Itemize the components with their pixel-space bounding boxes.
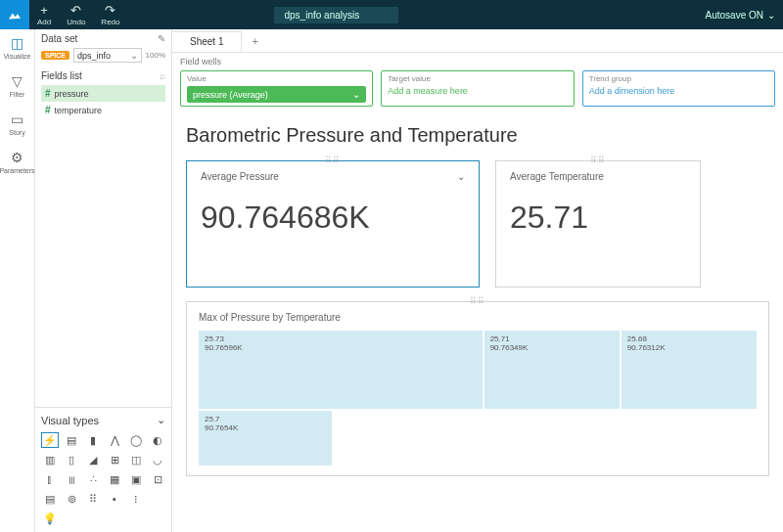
vt-clustered[interactable]: ⫼ xyxy=(63,471,80,487)
vt-heatmap[interactable]: ▦ xyxy=(106,471,123,487)
vt-kpi[interactable]: ◫ xyxy=(127,452,145,467)
drag-handle-icon[interactable]: ⠿⠿ xyxy=(590,155,606,165)
vt-gauge[interactable]: ◡ xyxy=(149,452,166,467)
vt-pie[interactable]: ◐ xyxy=(149,432,166,448)
dataset-header: Data set xyxy=(41,33,77,44)
vt-tree[interactable]: ▣ xyxy=(127,471,145,487)
app-logo[interactable] xyxy=(0,0,29,29)
vt-stackh[interactable]: ▥ xyxy=(41,452,59,467)
search-icon[interactable]: ⌕ xyxy=(160,70,165,81)
tab-sheet1[interactable]: Sheet 1 xyxy=(172,31,242,52)
treemap-visual[interactable]: ⠿⠿ Max of Pressure by Temperature 25.739… xyxy=(186,301,769,476)
tree-cell[interactable]: 25.6890.76312K xyxy=(622,331,757,409)
tree-cell[interactable]: 25.7390.76596K xyxy=(199,331,483,409)
analysis-title: dps_info analysis xyxy=(274,7,398,23)
vt-line[interactable]: ⋀ xyxy=(106,432,123,448)
topbar: +Add ↶Undo ↷Redo dps_info analysis Autos… xyxy=(0,0,783,29)
tree-cell[interactable]: 25.7190.76349K xyxy=(484,331,620,409)
vt-area[interactable]: ◢ xyxy=(84,452,102,467)
autosave-toggle[interactable]: Autosave ON⌄ xyxy=(706,10,775,21)
redo-button[interactable]: ↷Redo xyxy=(93,0,127,29)
vt-combo[interactable]: ⊞ xyxy=(106,452,123,467)
field-temperature[interactable]: #temperature xyxy=(41,102,165,118)
drag-handle-icon[interactable]: ⠿⠿ xyxy=(325,155,341,165)
vt-donut[interactable]: ◯ xyxy=(127,432,145,448)
tab-add[interactable]: + xyxy=(242,31,267,51)
well-target[interactable]: Target value Add a measure here xyxy=(381,70,574,107)
left-rail: ◫Visualize ▽Filter ▭Story ⚙Parameters xyxy=(0,29,35,532)
vt-stackv[interactable]: ▯ xyxy=(63,452,80,467)
field-wells-label: Field wells xyxy=(172,53,783,70)
vt-table[interactable]: ▤ xyxy=(41,491,59,507)
undo-button[interactable]: ↶Undo xyxy=(59,0,93,29)
vt-points[interactable]: ⠿ xyxy=(84,491,102,507)
vt-hbar[interactable]: ▤ xyxy=(63,432,80,448)
dataset-select[interactable]: dps_info xyxy=(73,48,142,63)
rail-filter[interactable]: ▽Filter xyxy=(10,73,25,98)
field-pressure[interactable]: #pressure xyxy=(41,85,165,102)
vt-auto[interactable]: ⚡ xyxy=(41,432,59,448)
rail-visualize[interactable]: ◫Visualize xyxy=(4,35,31,60)
vt-geo[interactable]: ▪ xyxy=(106,491,123,507)
vt-waterfall[interactable]: ⫶ xyxy=(127,491,145,507)
vt-vbar[interactable]: ▮ xyxy=(84,432,102,448)
kpi-temperature[interactable]: ⠿⠿ Average Temperature 25.71 xyxy=(495,160,701,288)
canvas: Sheet 1 + Field wells Value pressure (Av… xyxy=(172,29,783,532)
rail-story[interactable]: ▭Story xyxy=(9,111,24,136)
dataset-pct: 100% xyxy=(146,51,165,60)
well-value[interactable]: Value pressure (Average) xyxy=(180,70,373,107)
vt-scatter[interactable]: ∴ xyxy=(84,471,102,487)
value-chip[interactable]: pressure (Average) xyxy=(187,86,366,103)
rail-parameters[interactable]: ⚙Parameters xyxy=(0,150,35,174)
kpi-pressure[interactable]: ⠿⠿ Average Pressure⌄ 90.764686K xyxy=(186,160,480,288)
well-trend[interactable]: Trend group Add a dimension here xyxy=(582,70,775,107)
vt-insight[interactable]: 💡 xyxy=(41,510,59,526)
edit-icon[interactable]: ✎ xyxy=(158,33,165,44)
spice-badge: SPICE xyxy=(41,51,69,60)
dashboard-title: Barometric Pressure and Temperature xyxy=(186,124,769,147)
chevron-down-icon[interactable]: ⌄ xyxy=(157,414,165,426)
side-panel: Data set✎ SPICE dps_info 100% Fields lis… xyxy=(35,29,172,532)
add-button[interactable]: +Add xyxy=(29,0,59,29)
tree-cell[interactable]: 25.790.7654K xyxy=(199,411,332,466)
vt-map[interactable]: ⊚ xyxy=(63,491,80,507)
drag-handle-icon[interactable]: ⠿⠿ xyxy=(470,296,485,306)
vt-pivot[interactable]: ⊡ xyxy=(149,471,166,487)
fields-header: Fields list xyxy=(41,70,82,81)
vt-barline[interactable]: ⫿ xyxy=(41,471,59,487)
visual-types-panel: Visual types⌄ ⚡ ▤ ▮ ⋀ ◯ ◐ ▥ ▯ ◢ ⊞ ◫ ◡ ⫿ … xyxy=(35,407,171,532)
chevron-down-icon[interactable]: ⌄ xyxy=(457,171,465,182)
